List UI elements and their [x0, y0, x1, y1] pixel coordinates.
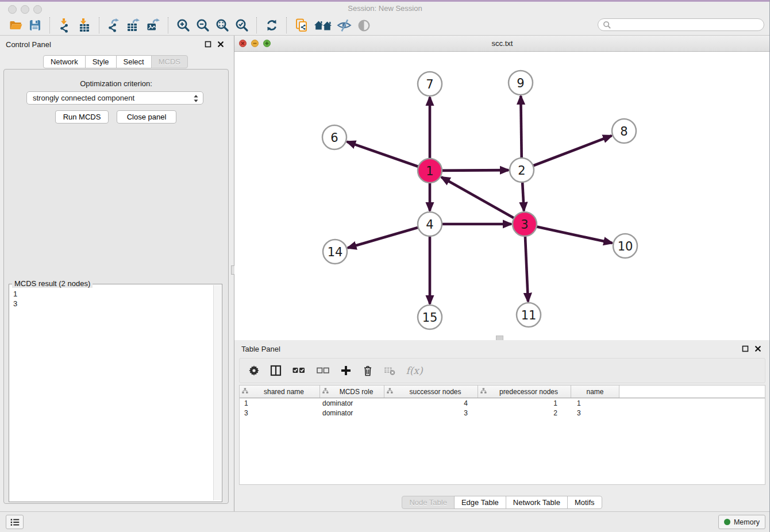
- export-image-button[interactable]: [144, 17, 163, 34]
- table-row[interactable]: 1 dominator 4 1 1: [240, 398, 765, 408]
- graph-node-10[interactable]: 10: [613, 234, 637, 258]
- svg-text:2: 2: [518, 164, 525, 178]
- memory-button[interactable]: Memory: [718, 515, 765, 529]
- cell-mcds-role[interactable]: dominator: [320, 399, 384, 407]
- cell-predecessor-nodes[interactable]: 2: [478, 409, 571, 417]
- window-controls-inactive[interactable]: [8, 5, 46, 16]
- select-all-columns-button[interactable]: [289, 362, 309, 379]
- refresh-layout-icon: [264, 18, 279, 33]
- tab-mcds[interactable]: MCDS: [151, 55, 188, 68]
- cell-successor-nodes[interactable]: 3: [384, 409, 478, 417]
- graph-node-2[interactable]: 2: [510, 158, 534, 182]
- graph-edge-3-1[interactable]: [441, 177, 525, 224]
- search-field[interactable]: [598, 18, 764, 31]
- graph-node-14[interactable]: 14: [323, 240, 347, 264]
- network-title: scc.txt: [234, 36, 770, 51]
- close-icon: [217, 41, 224, 48]
- network-graph[interactable]: 7968124314101511: [234, 52, 770, 340]
- tab-edge-table[interactable]: Edge Table: [454, 496, 506, 509]
- float-panel-button[interactable]: [203, 39, 213, 49]
- open-file-button[interactable]: [6, 17, 25, 34]
- close-mcds-panel-button[interactable]: Close panel: [117, 110, 176, 124]
- close-table-panel-button[interactable]: [753, 344, 763, 354]
- zoom-in-button[interactable]: [174, 17, 193, 34]
- cell-predecessor-nodes[interactable]: 1: [478, 399, 571, 407]
- show-panels-button[interactable]: [6, 515, 24, 529]
- close-window-icon[interactable]: [8, 5, 17, 14]
- network-canvas[interactable]: 7968124314101511: [234, 52, 770, 340]
- minimize-network-icon[interactable]: [251, 40, 259, 47]
- zoom-window-icon[interactable]: [33, 5, 42, 14]
- float-table-panel-button[interactable]: [740, 344, 750, 354]
- tab-motifs[interactable]: Motifs: [567, 496, 602, 509]
- import-table-button[interactable]: [75, 17, 94, 34]
- graph-edge-4-14[interactable]: [348, 224, 430, 248]
- column-header-name[interactable]: name: [571, 385, 619, 398]
- graph-edge-1-6[interactable]: [347, 142, 430, 171]
- graph-node-8[interactable]: 8: [612, 119, 636, 143]
- table-settings-button[interactable]: [245, 362, 263, 379]
- zoom-network-icon[interactable]: [263, 40, 271, 47]
- delete-columns-button[interactable]: [359, 362, 376, 379]
- unselect-all-columns-button[interactable]: [313, 362, 333, 379]
- tab-style[interactable]: Style: [85, 55, 117, 68]
- result-scrollbar[interactable]: [213, 285, 221, 500]
- tab-network[interactable]: Network: [43, 55, 86, 68]
- export-network-button[interactable]: [105, 17, 124, 34]
- cell-shared-name[interactable]: 3: [240, 409, 320, 417]
- cell-shared-name[interactable]: 1: [240, 399, 320, 407]
- run-mcds-button[interactable]: Run MCDS: [55, 110, 109, 124]
- create-column-button[interactable]: [337, 362, 355, 379]
- plus-icon: [340, 364, 352, 377]
- graph-node-15[interactable]: 15: [418, 305, 442, 329]
- export-table-button[interactable]: [124, 17, 144, 34]
- close-panel-button[interactable]: [215, 39, 226, 49]
- graph-node-3[interactable]: 3: [513, 212, 537, 236]
- column-header-predecessor-nodes[interactable]: predecessor nodes: [478, 385, 571, 398]
- graph-edge-3-10[interactable]: [525, 224, 613, 243]
- zoom-in-icon: [176, 18, 191, 33]
- network-window-titlebar[interactable]: scc.txt: [234, 36, 770, 52]
- close-network-icon[interactable]: [239, 40, 247, 47]
- tab-node-table[interactable]: Node Table: [402, 496, 455, 509]
- graph-node-11[interactable]: 11: [517, 303, 541, 327]
- show-all-networks-button[interactable]: [311, 17, 334, 34]
- show-columns-button[interactable]: [267, 362, 284, 379]
- minimize-window-icon[interactable]: [21, 5, 29, 14]
- zoom-out-button[interactable]: [193, 17, 213, 34]
- table-row[interactable]: 3 dominator 3 2 3: [240, 408, 765, 418]
- search-input[interactable]: [611, 20, 752, 29]
- graph-node-6[interactable]: 6: [322, 125, 346, 149]
- graph-node-7[interactable]: 7: [418, 72, 442, 96]
- graph-edge-2-8[interactable]: [522, 136, 612, 170]
- graph-node-4[interactable]: 4: [418, 212, 442, 236]
- delete-table-icon: [383, 364, 396, 377]
- graph-node-1[interactable]: 1: [418, 159, 442, 183]
- mcds-result-list[interactable]: 1 3: [9, 286, 213, 500]
- criterion-dropdown[interactable]: strongly connected component: [26, 91, 203, 105]
- import-network-button[interactable]: [55, 17, 75, 34]
- hide-selected-button[interactable]: [334, 17, 354, 34]
- control-panel: Control Panel Network Style Select MCDS …: [0, 36, 232, 511]
- cell-name[interactable]: 3: [571, 409, 619, 417]
- table-panel-title: Table Panel: [241, 345, 280, 353]
- tab-select[interactable]: Select: [116, 55, 152, 68]
- column-header-mcds-role[interactable]: MCDS role: [320, 385, 384, 398]
- zoom-selected-icon: [234, 18, 249, 33]
- svg-text:7: 7: [426, 78, 433, 91]
- column-header-successor-nodes[interactable]: successor nodes: [384, 385, 478, 398]
- cell-mcds-role[interactable]: dominator: [320, 409, 384, 417]
- column-header-shared-name[interactable]: shared name: [240, 385, 320, 398]
- clone-network-button[interactable]: [292, 17, 311, 34]
- apply-layout-button[interactable]: [262, 17, 282, 34]
- graph-node-9[interactable]: 9: [509, 71, 533, 95]
- gear-icon: [248, 364, 260, 377]
- zoom-selected-button[interactable]: [232, 17, 252, 34]
- cell-name[interactable]: 1: [571, 399, 619, 407]
- cell-successor-nodes[interactable]: 4: [384, 399, 478, 407]
- optimization-criterion-label: Optimization criterion:: [4, 79, 228, 88]
- save-session-button[interactable]: [25, 17, 45, 34]
- zoom-fit-button[interactable]: [213, 17, 232, 34]
- table-toolbar: f(x): [239, 358, 765, 383]
- tab-network-table[interactable]: Network Table: [506, 496, 568, 509]
